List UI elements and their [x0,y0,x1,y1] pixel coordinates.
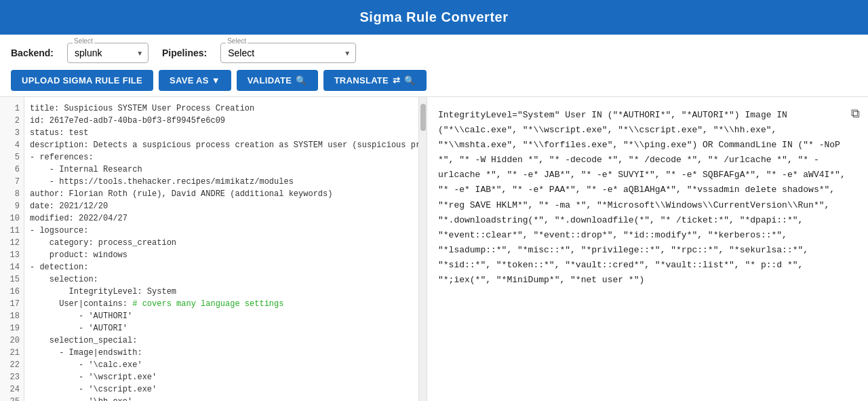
code-line-13: product: windows [30,249,413,261]
validate-button[interactable]: VALIDATE 🔍 [237,70,318,91]
code-line-7: - https://tools.thehacker.recipes/mimika… [30,176,413,188]
code-line-14: - detection: [30,261,413,273]
code-line-25: - '\hh.exe' [30,396,413,401]
line-num-11: 11 [0,225,24,237]
line-num-18: 18 [0,310,24,322]
code-line-22: - '\calc.exe' [30,359,413,371]
output-text: IntegrityLevel="System" User IN ("*AUTHO… [438,108,857,288]
line-num-13: 13 [0,249,24,261]
upload-button[interactable]: UPLOAD SIGMA RULE FILE [11,70,153,91]
line-num-14: 14 [0,261,24,273]
backend-select[interactable]: splunk elastic qradar [67,43,149,63]
main-content: 1 2 3 4 5 6 7 8 9 10 11 12 13 14 15 16 1… [0,97,868,401]
code-line-20: selection_special: [30,335,413,347]
code-line-8: author: Florian Roth (rule), David ANDRE… [30,188,413,200]
code-line-9: date: 2021/12/20 [30,200,413,212]
scroll-thumb[interactable] [420,104,426,131]
translate-button[interactable]: TRANSLATE ⇄ 🔍 [323,70,427,91]
code-line-11: - logsource: [30,225,413,237]
pipelines-select[interactable]: Select [220,43,356,63]
output-panel: ⧉ IntegrityLevel="System" User IN ("*AUT… [427,97,868,401]
line-num-20: 20 [0,335,24,347]
line-num-4: 4 [0,139,24,151]
line-num-8: 8 [0,188,24,200]
backend-select-wrapper: Select splunk elastic qradar ▼ [67,43,149,63]
action-buttons: UPLOAD SIGMA RULE FILE SAVE AS ▼ VALIDAT… [11,70,857,91]
code-line-23: - '\wscript.exe' [30,371,413,383]
code-content[interactable]: title: Suspicious SYSTEM User Process Cr… [24,97,418,401]
code-line-19: - 'AUTORI' [30,322,413,335]
line-num-3: 3 [0,127,24,139]
line-num-10: 10 [0,212,24,225]
translate-label: TRANSLATE [334,75,389,85]
backend-select-label: Select [73,37,94,45]
line-num-24: 24 [0,383,24,396]
backend-row: Backend: Select splunk elastic qradar ▼ … [11,43,857,63]
code-line-17: User|contains: # covers many language se… [30,298,413,310]
line-num-9: 9 [0,200,24,212]
code-line-2: id: 2617e7ed-adb7-40ba-b0f3-8f9945fe6c09 [30,115,413,127]
pipelines-label: Pipelines: [162,47,207,58]
line-num-15: 15 [0,273,24,286]
line-num-1: 1 [0,102,24,115]
translate-arrow-icon: ⇄ [393,75,400,85]
line-num-17: 17 [0,298,24,310]
code-line-3: status: test [30,127,413,139]
code-line-4: description: Detects a suspicious proces… [30,139,413,151]
line-numbers: 1 2 3 4 5 6 7 8 9 10 11 12 13 14 15 16 1… [0,97,24,401]
code-line-21: - Image|endswith: [30,347,413,359]
scrollbar[interactable] [418,97,427,401]
code-line-12: category: process_creation [30,237,413,249]
line-num-7: 7 [0,176,24,188]
save-as-button[interactable]: SAVE AS ▼ [159,70,231,91]
code-line-1: title: Suspicious SYSTEM User Process Cr… [30,102,413,115]
line-num-21: 21 [0,347,24,359]
line-num-6: 6 [0,164,24,176]
pipelines-select-label: Select [226,37,248,45]
code-line-10: modified: 2022/04/27 [30,212,413,225]
validate-label: VALIDATE [248,75,292,85]
code-line-6: - Internal Research [30,164,413,176]
code-line-5: - references: [30,151,413,164]
copy-icon[interactable]: ⧉ [851,104,860,125]
code-line-16: IntegrityLevel: System [30,286,413,298]
line-num-25: 25 [0,396,24,401]
line-num-2: 2 [0,115,24,127]
code-line-24: - '\cscript.exe' [30,383,413,396]
app-title: Sigma Rule Converter [360,9,509,24]
code-line-15: selection: [30,273,413,286]
code-editor[interactable]: 1 2 3 4 5 6 7 8 9 10 11 12 13 14 15 16 1… [0,97,427,401]
line-num-5: 5 [0,151,24,164]
toolbar: Backend: Select splunk elastic qradar ▼ … [0,35,868,97]
translate-search-icon: 🔍 [404,75,415,85]
validate-search-icon: 🔍 [296,75,307,85]
line-num-19: 19 [0,322,24,335]
line-num-16: 16 [0,286,24,298]
code-line-18: - 'AUTHORI' [30,310,413,322]
line-num-12: 12 [0,237,24,249]
backend-label: Backend: [11,47,54,58]
line-num-22: 22 [0,359,24,371]
pipelines-select-wrapper: Select Select ▼ [220,43,356,63]
app-header: Sigma Rule Converter [0,0,868,35]
line-num-23: 23 [0,371,24,383]
